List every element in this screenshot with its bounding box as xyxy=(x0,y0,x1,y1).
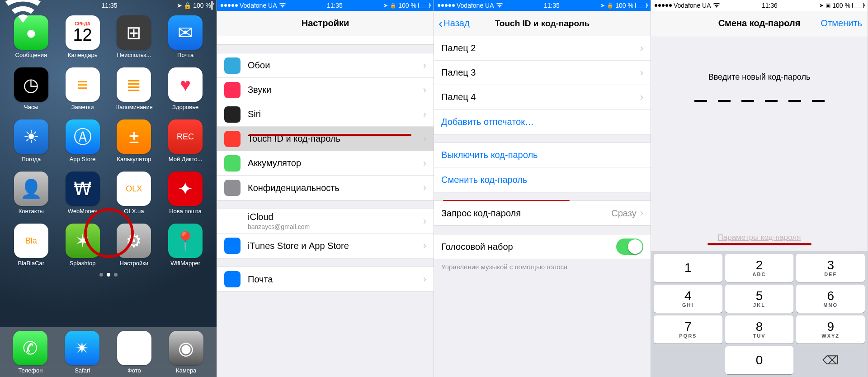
app-label: Часы xyxy=(24,104,38,110)
key-5[interactable]: 5JKL xyxy=(725,285,794,313)
app-label: WifiMapper xyxy=(170,260,200,267)
key-1[interactable]: 1 xyxy=(654,254,722,282)
settings-row-Siri[interactable]: Siri› xyxy=(217,102,434,127)
app-Splashtop[interactable]: ✶Splashtop xyxy=(60,224,106,267)
row-label: Siri xyxy=(248,109,423,119)
passcode-actions-group: Выключить код-пароль Сменить код-пароль xyxy=(434,143,651,192)
app-OLX.ua[interactable]: OLXOLX.ua xyxy=(111,172,157,215)
app-Часы[interactable]: ◷Часы xyxy=(8,67,54,110)
clock-label: 11:35 xyxy=(102,2,118,9)
row-icon xyxy=(224,131,241,147)
finger-row[interactable]: Палец 2› xyxy=(434,36,651,61)
location-icon: ➤ xyxy=(177,2,182,9)
dash xyxy=(718,100,731,102)
row-value: Сразу xyxy=(611,208,636,219)
app-icon: ☀ xyxy=(14,119,48,154)
key-number: 5 xyxy=(756,290,763,302)
settings-group: iCloudbanzaycs@gmail.com›iTunes Store и … xyxy=(217,209,434,258)
options-label: Параметры код-пароля xyxy=(718,233,801,242)
add-fingerprint-button[interactable]: Добавить отпечаток… xyxy=(434,110,651,134)
app-Неиспольз...[interactable]: ⊞Неиспольз... xyxy=(111,15,157,58)
settings-row-iTunes Store и App Store[interactable]: iTunes Store и App Store› xyxy=(217,234,434,258)
settings-row-iCloud[interactable]: iCloudbanzaycs@gmail.com› xyxy=(217,209,434,234)
row-label: Палец 4 xyxy=(441,92,640,102)
navbar: ‹ Назад Touch ID и код-пароль xyxy=(434,11,651,36)
orientation-lock-icon: ▣ xyxy=(826,2,830,9)
chevron-right-icon: › xyxy=(423,60,426,72)
passcode-body: Введите новый код-пароль Параметры код-п… xyxy=(651,36,868,377)
finger-row[interactable]: Палец 3› xyxy=(434,61,651,85)
key-8[interactable]: 8TUV xyxy=(725,315,794,344)
settings-row-Touch ID и код-пароль[interactable]: Touch ID и код-пароль› xyxy=(217,127,434,151)
key-6[interactable]: 6MNO xyxy=(796,285,865,313)
request-passcode-row[interactable]: Запрос код-пароля Сразу › xyxy=(434,201,651,225)
app-Почта[interactable]: ✉Почта xyxy=(162,15,208,58)
settings-row-Аккумулятор[interactable]: Аккумулятор› xyxy=(217,151,434,176)
app-Погода[interactable]: ☀Погода xyxy=(8,119,54,162)
settings-row-Обои[interactable]: Обои› xyxy=(217,53,434,78)
settings-row-Звуки[interactable]: Звуки› xyxy=(217,78,434,102)
chevron-right-icon: › xyxy=(423,157,426,169)
row-sublabel: banzaycs@gmail.com xyxy=(248,223,423,230)
app-WifiMapper[interactable]: 📍WifiMapper xyxy=(162,224,208,267)
page-indicator xyxy=(0,273,217,277)
app-label: App Store xyxy=(70,156,96,162)
dash xyxy=(812,100,825,102)
row-label: iCloud xyxy=(248,212,423,222)
screen-home: Vodafone UA 11:35 ➤ 🔒 100 % ●СообщенияСР… xyxy=(0,0,217,377)
key-2[interactable]: 2ABC xyxy=(725,254,794,282)
key-0[interactable]: 0 xyxy=(725,346,794,374)
row-partial[interactable] xyxy=(217,36,434,44)
app-icon: ✉ xyxy=(168,15,203,50)
app-Калькулятор[interactable]: ±Калькулятор xyxy=(111,119,157,162)
change-passcode-button[interactable]: Сменить код-пароль xyxy=(434,167,651,192)
app-Нова пошта[interactable]: ✦Нова пошта xyxy=(162,172,208,215)
row-icon xyxy=(224,238,241,254)
voice-footer: Управление музыкой с помощью голоса xyxy=(434,259,651,274)
app-icon: REC xyxy=(168,119,203,154)
settings-row-Почта[interactable]: Почта› xyxy=(217,267,434,291)
cancel-button[interactable]: Отменить xyxy=(821,18,862,29)
row-icon xyxy=(224,213,241,229)
app-Настройки[interactable]: ⚙Настройки xyxy=(111,224,157,267)
app-label: Заметки xyxy=(71,104,94,110)
signal-dots-icon xyxy=(655,4,672,7)
app-WebMoney[interactable]: ₩WebMoney xyxy=(60,172,106,215)
dock-app-Камера[interactable]: ◉Камера xyxy=(169,331,203,374)
chevron-right-icon: › xyxy=(640,43,643,54)
app-Напоминания[interactable]: ≣Напоминания xyxy=(111,67,157,110)
key-7[interactable]: 7PQRS xyxy=(654,315,722,344)
app-label: Напоминания xyxy=(115,104,153,110)
finger-row[interactable]: Палец 4› xyxy=(434,85,651,110)
app-label: Здоровье xyxy=(172,104,198,110)
dock-app-Фото[interactable]: ✿Фото xyxy=(117,331,151,374)
app-icon: ♥ xyxy=(168,67,203,102)
battery-percent: 100 % xyxy=(832,2,850,9)
app-BlaBlaCar[interactable]: BlaBlaBlaCar xyxy=(8,224,54,267)
row-label: Выключить код-пароль xyxy=(441,150,643,160)
app-Здоровье[interactable]: ♥Здоровье xyxy=(162,67,208,110)
app-App Store[interactable]: ⒶApp Store xyxy=(60,119,106,162)
disable-passcode-button[interactable]: Выключить код-пароль xyxy=(434,143,651,167)
settings-row-Конфиденциальность[interactable]: Конфиденциальность› xyxy=(217,176,434,200)
back-button[interactable]: ‹ Назад xyxy=(439,16,470,31)
row-icon xyxy=(224,155,241,172)
app-Мой Дикто...[interactable]: RECМой Дикто... xyxy=(162,119,208,162)
dock-app-Телефон[interactable]: ✆Телефон xyxy=(13,331,47,374)
app-Календарь[interactable]: СРЕДА12Календарь xyxy=(60,15,106,58)
key-delete[interactable]: ⌫ xyxy=(796,346,865,374)
dock-app-Safari[interactable]: ✴Safari xyxy=(65,331,99,374)
key-9[interactable]: 9WXYZ xyxy=(796,315,865,344)
passcode-options-link[interactable]: Параметры код-пароля xyxy=(651,233,868,242)
app-icon: OLX xyxy=(117,172,151,206)
battery-percent: 100 % xyxy=(398,2,416,9)
key-4[interactable]: 4GHI xyxy=(654,285,722,313)
location-icon: ➤ xyxy=(600,2,605,9)
voice-group: Голосовой набор xyxy=(434,234,651,259)
battery-icon xyxy=(852,3,864,8)
voice-toggle[interactable] xyxy=(616,239,643,255)
key-3[interactable]: 3DEF xyxy=(796,254,865,282)
wifi-icon xyxy=(279,2,286,9)
app-Контакты[interactable]: 👤Контакты xyxy=(8,172,54,215)
app-Заметки[interactable]: ≡Заметки xyxy=(60,67,106,110)
